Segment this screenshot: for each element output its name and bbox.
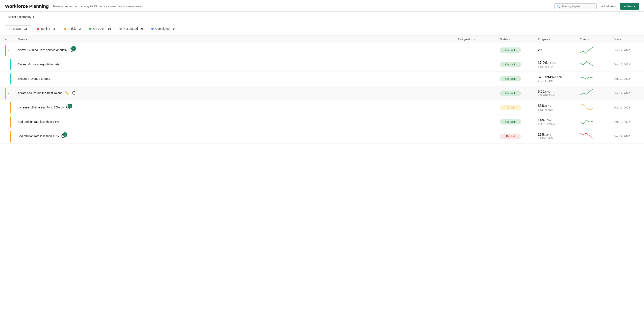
col-expand: » [5,38,18,41]
edit-button[interactable]: ✏️ [64,91,70,96]
due-cell: Dec 12, 2022 [614,92,639,95]
trend-cell [580,88,614,98]
comment-badge[interactable]: 💬 2 [70,48,74,52]
status-cell: On track [500,62,538,67]
toolbar: Select a hierarchy ▾ [0,12,644,22]
trend-chart [580,131,595,141]
progress-value: 2/2 [538,48,580,52]
row-actions: 💬 2 [70,48,74,52]
list-view-button[interactable]: ≡ List view [600,4,617,9]
table-header: » Name ▾ Assigned to ▾ Status ▾ Progress… [0,36,644,43]
search-bar[interactable]: 🔍 [554,3,596,9]
on-track-count: 10 [108,27,111,30]
at-risk-label: At risk [68,27,76,30]
trend-cell [580,45,614,55]
status-badge: On track [500,119,521,124]
app-subtitle: Team scorecard for tracking FY23 metrics… [52,5,554,8]
row-bar [10,73,11,84]
new-button[interactable]: + New ▾ [620,3,639,10]
completed-count: 0 [173,27,175,30]
trend-cell [580,117,614,127]
status-badge: Behind [500,133,521,139]
progress-cell: 17.0%/14.6% ↑ 3.87% YTD [538,61,580,68]
col-status-chevron-icon: ▾ [509,38,510,40]
table-row: › Increase full time staff % to 85% by 💬… [0,100,644,115]
col-trend[interactable]: Trend ▾ [580,38,614,41]
stats-bar: ✓ Goals 15 Behind 2 At risk 3 On track 1… [0,22,644,36]
trend-chart [580,60,595,69]
behind-label: Behind [41,27,50,30]
row-bar [5,45,6,56]
col-name-label: Name [18,38,25,41]
row-indent-3 [5,73,18,84]
not-started-label: Not started [124,27,138,30]
due-cell: Dec 12, 2022 [614,77,639,80]
col-status[interactable]: Status ▾ [500,38,538,41]
search-input[interactable] [562,5,594,8]
trend-chart [580,117,595,127]
status-badge: On track [500,76,521,81]
row-bar [10,102,11,113]
comment-badge[interactable]: 💬 1 [66,105,70,110]
name-cell: Increase full time staff % to 85% by 💬 1 [18,103,458,112]
completed-label: Completed [155,27,170,30]
completed-dot [151,28,154,30]
more-button[interactable]: ⋯ [78,91,84,96]
due-cell: Dec 12, 2022 [614,135,639,138]
stat-goals[interactable]: ✓ Goals 15 [5,25,31,32]
trend-cell [580,103,614,112]
trend-chart [580,103,595,112]
behind-count: 2 [54,27,55,30]
goals-check-icon: ✓ [9,27,12,31]
col-name[interactable]: Name ▾ [18,38,458,41]
stat-completed[interactable]: Completed 0 [151,26,179,32]
name-cell: Attract and Retain the Best Talent ✏️ 💬 … [18,89,458,98]
name-cell: Bad attrition rate less than 15% [18,118,458,126]
app-container: Workforce Planning Team scorecard for tr… [0,0,644,330]
expand-child-button[interactable]: › [12,106,14,109]
due-cell: Dec 12, 2022 [614,120,639,123]
list-view-label: List view [604,5,616,8]
trend-chart [580,45,595,55]
progress-cell: 14%/15% ↑ 35.78% MoM [538,118,580,125]
expand-all-icon[interactable]: » [5,38,6,41]
assigned-cell: - [458,106,500,109]
stat-behind[interactable]: Behind 2 [37,26,59,32]
list-view-icon: ≡ [601,5,603,8]
goal-name: Exceed Gross margin % targets [18,62,60,67]
badge-count: 2 [71,46,76,51]
col-assigned[interactable]: Assigned to ▾ [458,38,500,41]
search-icon: 🔍 [557,5,560,8]
expand-button[interactable]: ▾ [7,91,10,95]
progress-sub: ↑ 9.99% MoM [538,137,580,140]
row-bar [10,116,11,127]
row-indent-7 [5,131,18,142]
at-risk-count: 3 [79,27,81,30]
progress-sub: ↓ 3.17% MoM [538,108,580,111]
goal-name: deliver 1700 hours of service annually [18,48,67,52]
col-progress[interactable]: Progress ▾ [538,38,580,41]
trend-cell [580,60,614,69]
hierarchy-chevron-icon: ▾ [33,15,34,19]
row-actions: 💬 1 [66,105,70,110]
new-chevron-icon: ▾ [634,5,635,8]
table-row: ▾ Attract and Retain the Best Talent ✏️ … [0,86,644,100]
expand-button[interactable]: ▾ [7,48,10,52]
app-title: Workforce Planning [5,4,49,9]
row-actions: ✏️ 💬 ⋯ [64,91,84,96]
not-started-count: 0 [141,27,143,30]
badge-count: 2 [63,132,68,137]
stat-at-risk[interactable]: At risk 3 [64,26,85,32]
table-row: Exceed Revenue targets On track $70.72M/… [0,72,644,86]
table-row: Bad attrition rate less than 15% On trac… [0,115,644,129]
comment-badge[interactable]: 💬 2 [61,134,66,138]
goals-count: 15 [24,27,28,30]
stat-not-started[interactable]: Not started 0 [120,26,147,32]
comment-button[interactable]: 💬 [71,91,77,96]
progress-sub: ↑ 3.87% YTD [538,65,580,68]
col-trend-label: Trend [580,38,587,41]
row-indent-5: › [5,102,18,113]
stat-on-track[interactable]: On track 10 [89,26,115,32]
select-hierarchy-button[interactable]: Select a hierarchy ▾ [5,14,37,20]
col-due[interactable]: Due ▾ [614,38,639,41]
